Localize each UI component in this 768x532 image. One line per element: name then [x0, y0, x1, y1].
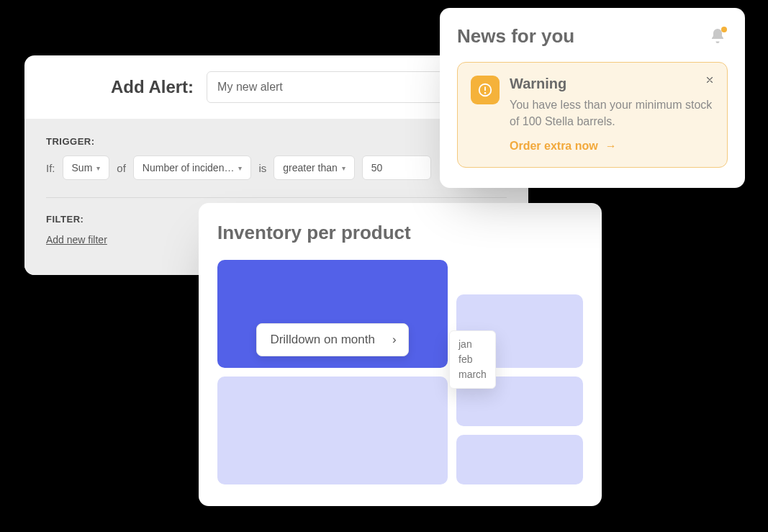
close-icon: [705, 75, 715, 85]
warning-badge: [471, 76, 500, 104]
month-popover: jan feb march: [449, 330, 496, 389]
metric-select[interactable]: Number of inciden… ▾: [133, 155, 252, 180]
news-header: News for you: [457, 25, 728, 48]
notification-dot-icon: [721, 27, 727, 32]
inventory-card: Inventory per product Drilldown on month…: [199, 203, 602, 506]
order-extra-link[interactable]: Order extra now →: [510, 140, 617, 153]
warning-title: Warning: [510, 76, 714, 92]
is-word: is: [258, 162, 266, 174]
month-option[interactable]: march: [458, 367, 487, 382]
if-word: If:: [46, 162, 55, 174]
news-title: News for you: [457, 25, 574, 48]
order-extra-label: Order extra now: [510, 140, 598, 153]
month-option[interactable]: jan: [458, 337, 487, 352]
threshold-input[interactable]: [371, 162, 422, 173]
chevron-down-icon: ▾: [342, 164, 345, 172]
chevron-down-icon: ▾: [96, 164, 100, 172]
aggregate-select[interactable]: Sum ▾: [63, 155, 110, 180]
metric-value: Number of inciden…: [143, 162, 235, 173]
add-filter-link[interactable]: Add new filter: [46, 234, 107, 245]
close-button[interactable]: [703, 73, 717, 87]
drilldown-button[interactable]: Drilldown on month ›: [256, 323, 408, 356]
news-card: News for you Warning You ha: [440, 8, 745, 188]
comparator-select[interactable]: greater than ▾: [274, 155, 355, 180]
treemap-tile-stack: [456, 377, 583, 484]
treemap-tile[interactable]: [456, 435, 583, 484]
aggregate-value: Sum: [72, 162, 93, 173]
treemap-tile-primary[interactable]: Drilldown on month ›: [217, 260, 448, 368]
divider: [46, 197, 507, 198]
threshold-input-wrap: [362, 155, 431, 180]
chevron-down-icon: ▾: [238, 164, 242, 172]
svg-point-2: [485, 93, 486, 94]
trigger-row: If: Sum ▾ of Number of inciden… ▾ is gre…: [46, 155, 507, 180]
drilldown-label: Drilldown on month: [270, 333, 375, 347]
treemap: Drilldown on month › jan feb march: [217, 260, 583, 484]
month-option[interactable]: feb: [458, 352, 487, 367]
chevron-right-icon: ›: [392, 333, 397, 347]
of-word: of: [117, 162, 126, 174]
warning-alert: Warning You have less than your minimum …: [457, 62, 728, 168]
warning-body: You have less than your minimum stock of…: [510, 96, 714, 130]
arrow-right-icon: →: [605, 140, 617, 153]
comparator-value: greater than: [283, 162, 338, 173]
inventory-title: Inventory per product: [217, 222, 583, 244]
add-alert-title: Add Alert:: [111, 77, 194, 97]
trigger-section-label: TRIGGER:: [46, 136, 507, 147]
treemap-tile[interactable]: [217, 377, 448, 484]
exclamation-circle-icon: [477, 82, 493, 98]
notifications-button[interactable]: [709, 27, 728, 46]
